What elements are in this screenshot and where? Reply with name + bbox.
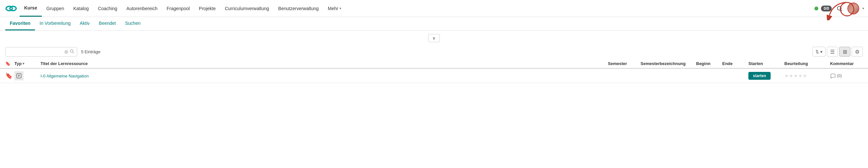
nav-item-projekte[interactable]: Projekte [194, 0, 220, 17]
filter-dropdown-button[interactable]: ∨ [428, 34, 440, 42]
entry-count: 5 Einträge [81, 49, 100, 54]
nav-right-area: 0/0 ▾ [814, 3, 864, 14]
list-view-icon: ☰ [830, 49, 835, 55]
svg-point-5 [70, 50, 73, 52]
avatar [847, 3, 859, 14]
th-beurteilung: Beurteilung [784, 61, 830, 66]
stars-rating[interactable]: ★ ★ ★ ★ ★ [784, 73, 830, 79]
star-4[interactable]: ★ [798, 73, 802, 79]
star-3[interactable]: ★ [794, 73, 798, 79]
search-box: ⊗ [5, 47, 77, 57]
nav-item-autorenbereich[interactable]: Autorenbereich [122, 0, 162, 17]
nav-item-curriculumverwaltung[interactable]: Curriculumverwaltung [220, 0, 274, 17]
th-kommentar: Kommentar [830, 61, 863, 66]
th-title: Titel der Lernressource [40, 61, 608, 66]
list-view-button[interactable]: ☰ [827, 47, 838, 57]
nav-menu: Kurse Gruppen Katalog Coaching Autorenbe… [20, 0, 814, 17]
top-navigation: Kurse Gruppen Katalog Coaching Autorenbe… [0, 0, 868, 17]
clear-search-icon[interactable]: ⊗ [64, 49, 68, 55]
nav-item-coaching[interactable]: Coaching [93, 0, 122, 17]
tab-favoriten[interactable]: Favoriten [5, 17, 35, 30]
search-count-row: ⊗ 5 Einträge ⇅ ▾ ☰ ⊞ ⚙ [0, 44, 868, 59]
tabs-bar: Favoriten In Vorbereitung Aktiv Beendet … [0, 17, 868, 31]
comment-bubble[interactable]: (0) [830, 73, 863, 78]
sort-button[interactable]: ⇅ ▾ [812, 47, 826, 57]
star-1[interactable]: ★ [784, 73, 788, 79]
type-icon [14, 71, 24, 80]
grid-view-button[interactable]: ⊞ [839, 47, 850, 57]
row-typ [14, 71, 40, 80]
star-5[interactable]: ★ [803, 73, 807, 79]
sort-dropdown-icon: ▾ [820, 49, 823, 54]
th-typ[interactable]: Typ ▾ [14, 61, 40, 66]
tab-aktiv[interactable]: Aktiv [75, 17, 94, 30]
table-row: 🔖 I-0 Allgemeine Navigation starten ★ ★ … [0, 69, 868, 83]
logo[interactable] [4, 1, 18, 16]
star-2[interactable]: ★ [789, 73, 793, 79]
nav-item-katalog[interactable]: Katalog [69, 0, 93, 17]
row-starten[interactable]: starten [748, 72, 784, 80]
start-button[interactable]: starten [748, 72, 771, 80]
th-bookmark: 🔖 [5, 61, 14, 66]
grid-view-icon: ⊞ [843, 49, 847, 55]
user-avatar-button[interactable] [847, 3, 859, 14]
filter-chevron-icon: ∨ [432, 36, 436, 40]
tab-suchen[interactable]: Suchen [121, 17, 145, 30]
svg-line-6 [73, 52, 74, 53]
table-header: 🔖 Typ ▾ Titel der Lernressource Semester… [0, 59, 868, 69]
bookmark-icon: 🔖 [5, 73, 12, 79]
tab-in-vorbereitung[interactable]: In Vorbereitung [35, 17, 75, 30]
row-kommentar[interactable]: (0) [830, 73, 863, 78]
filter-row: ∨ [0, 31, 868, 44]
settings-button[interactable]: ⚙ [852, 47, 863, 57]
bookmark-header-icon: 🔖 [5, 61, 10, 66]
search-button[interactable] [834, 3, 845, 14]
score-badge[interactable]: 0/0 [821, 6, 832, 11]
sort-icon: ⇅ [815, 49, 819, 54]
svg-line-3 [841, 9, 842, 11]
th-ende: Ende [722, 61, 748, 66]
th-semesterbezeichnung: Semesterbezeichnung [641, 61, 696, 66]
status-indicator [814, 6, 818, 10]
tab-beendet[interactable]: Beendet [94, 17, 120, 30]
avatar-dropdown-chevron[interactable]: ▾ [863, 6, 864, 10]
th-semester: Semester [608, 61, 641, 66]
toolbar-right: ⇅ ▾ ☰ ⊞ ⚙ [812, 47, 863, 57]
row-beurteilung[interactable]: ★ ★ ★ ★ ★ [784, 73, 830, 79]
svg-point-2 [837, 6, 841, 10]
search-input[interactable] [8, 49, 64, 54]
search-submit-icon[interactable] [70, 49, 74, 55]
th-beginn: Beginn [696, 61, 722, 66]
th-starten: Starten [748, 61, 784, 66]
nav-item-fragenpool[interactable]: Fragenpool [162, 0, 194, 17]
nav-item-benutzerverwaltung[interactable]: Benutzerverwaltung [274, 0, 323, 17]
typ-sort-icon: ▾ [23, 62, 24, 65]
mehr-chevron-icon: ▾ [340, 6, 341, 10]
nav-item-kurse[interactable]: Kurse [20, 0, 42, 17]
row-title[interactable]: I-0 Allgemeine Navigation [40, 73, 608, 78]
nav-item-mehr[interactable]: Mehr ▾ [323, 0, 346, 17]
avatar-image [848, 3, 859, 14]
row-bookmark[interactable]: 🔖 [5, 72, 14, 79]
nav-item-gruppen[interactable]: Gruppen [42, 0, 69, 17]
svg-point-1 [10, 6, 16, 10]
gear-icon: ⚙ [855, 49, 860, 55]
